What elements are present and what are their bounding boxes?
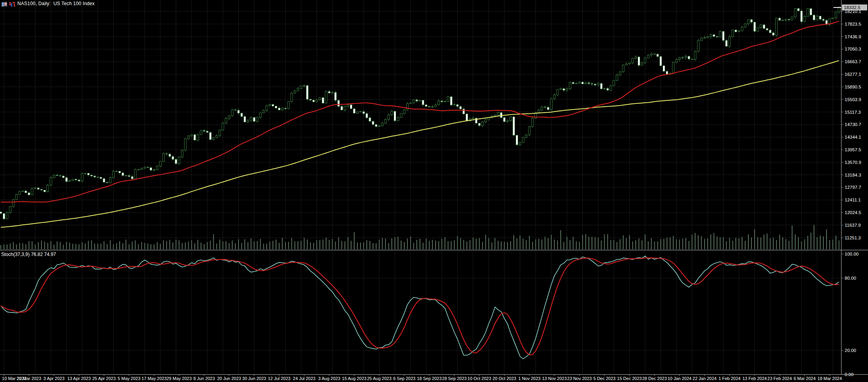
price-tick-label: 13570.9	[845, 160, 861, 165]
candle	[766, 28, 768, 31]
candle	[259, 113, 261, 119]
candle	[732, 30, 734, 38]
candle	[90, 175, 92, 177]
candle	[544, 106, 546, 109]
candle	[519, 142, 521, 145]
candle	[472, 117, 474, 119]
price-tick-label: 15890.5	[845, 85, 861, 89]
date-tick-label: 28 Sep 2023	[442, 376, 466, 381]
date-axis[interactable]: 10 Mar 202322 Mar 20233 Apr 202313 Apr 2…	[2, 374, 842, 381]
candle	[156, 165, 158, 170]
candle	[413, 100, 415, 103]
candle	[572, 82, 574, 84]
candle	[331, 91, 333, 94]
candle	[316, 98, 318, 102]
price-axis[interactable]: 18210.117823.517436.917050.316663.716277…	[834, 4, 868, 240]
candle	[463, 107, 465, 115]
candle	[657, 53, 659, 58]
candle	[44, 190, 46, 193]
candle	[38, 188, 39, 190]
candle	[607, 87, 609, 92]
candle	[238, 109, 240, 115]
candle	[441, 100, 443, 103]
candle	[453, 103, 455, 105]
candle	[325, 90, 327, 103]
candle	[103, 178, 105, 183]
candle	[31, 188, 33, 195]
candle	[153, 169, 155, 171]
date-tick-label: 8 Jun 2023	[194, 376, 215, 381]
candle	[231, 109, 233, 117]
candle	[322, 97, 324, 103]
candle	[697, 39, 699, 53]
price-tick-label: 17823.5	[845, 22, 861, 26]
candle	[191, 135, 193, 136]
candle	[284, 107, 286, 111]
candle	[19, 191, 21, 195]
candle	[475, 118, 477, 124]
candle	[247, 120, 249, 123]
candle	[691, 59, 693, 59]
price-tick-label: 13957.5	[845, 147, 861, 152]
candle	[165, 152, 167, 155]
candle	[0, 211, 2, 214]
candle	[763, 24, 765, 29]
date-tick-label: 6 Mar 2024	[794, 376, 816, 381]
candle	[172, 156, 174, 161]
candle	[113, 170, 115, 179]
candle	[250, 117, 252, 122]
candle	[66, 176, 68, 183]
candle	[47, 184, 49, 192]
candle	[341, 105, 343, 111]
candle	[444, 100, 446, 102]
candle	[579, 81, 581, 84]
candle	[181, 149, 183, 158]
date-tick-label: 1 Nov 2023	[518, 376, 540, 381]
candle	[575, 83, 577, 84]
candle	[438, 99, 440, 105]
candle	[87, 173, 89, 177]
volume-layer	[1, 225, 839, 249]
mt4-chart-window: 18210.117823.517436.917050.316663.716277…	[0, 0, 868, 382]
candle	[169, 153, 171, 158]
candle	[419, 100, 421, 101]
candle	[203, 129, 205, 132]
chart-title: NAS100, Daily: US Tech 100 Index	[17, 1, 95, 6]
candle	[22, 191, 24, 192]
date-tick-label: 24 Jul 2023	[293, 376, 316, 381]
date-tick-label: 10 Jan 2024	[667, 376, 691, 381]
yellow-ma-line	[1, 60, 839, 227]
candle	[738, 30, 740, 32]
date-tick-label: 20 Oct 2023	[492, 376, 516, 381]
candle	[757, 27, 759, 32]
candle	[566, 88, 568, 92]
candle	[15, 194, 17, 199]
stochastic-axis[interactable]: 100.0080.0020.000.00	[842, 252, 859, 377]
date-tick-label: 5 May 2023	[118, 376, 140, 381]
date-tick-label: 3 Aug 2023	[318, 376, 340, 381]
candle	[425, 104, 427, 107]
candle	[547, 105, 549, 111]
candle	[460, 106, 462, 110]
candle	[388, 113, 390, 121]
market-watch-grid-icon	[2, 1, 7, 6]
date-tick-label: 15 Aug 2023	[342, 376, 366, 381]
candle	[688, 55, 690, 60]
candle	[244, 116, 246, 123]
candle	[823, 18, 825, 22]
candle	[629, 62, 631, 65]
chart-canvas[interactable]: 18210.117823.517436.917050.316663.716277…	[0, 0, 868, 382]
candle	[772, 32, 774, 36]
candle	[344, 106, 346, 111]
candle	[119, 171, 121, 174]
date-tick-label: 13 Nov 2023	[542, 376, 567, 381]
candle	[560, 88, 562, 90]
candle	[594, 84, 596, 87]
date-tick-label: 5 Dec 2023	[593, 376, 615, 381]
date-tick-label: 30 Jun 2023	[242, 376, 266, 381]
candle	[481, 121, 483, 127]
grid-layer	[0, 0, 842, 374]
candle	[522, 137, 524, 143]
chart-title-bar: NAS100, Daily: US Tech 100 Index	[2, 1, 95, 6]
price-tick-label: 14344.1	[845, 135, 861, 139]
